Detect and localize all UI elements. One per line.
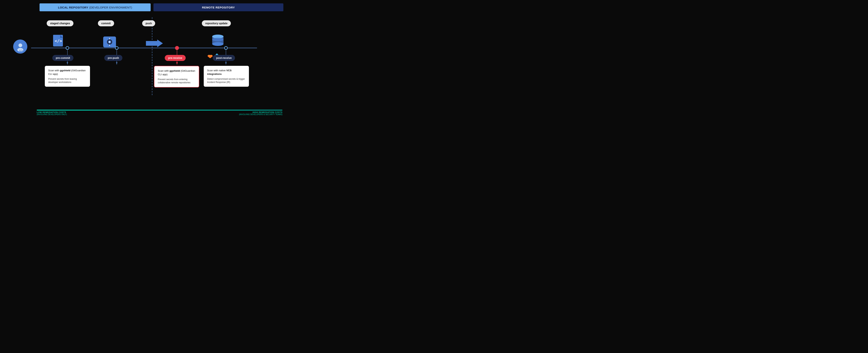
commit-icon <box>103 36 116 48</box>
svg-point-24 <box>109 41 110 43</box>
staged-changes-bubble: staged changes <box>47 20 73 26</box>
svg-point-4 <box>175 46 179 50</box>
svg-marker-7 <box>67 62 68 65</box>
scan-box-ggshield-remote-desc: Prevent secrets from entering collaborat… <box>158 78 195 84</box>
scan-box-ggshield-local: Scan with ggshield (GitGuardian CLI app)… <box>45 66 90 87</box>
gitlab-icon <box>207 53 213 59</box>
scan-box-native-vcs-title: Scan with native VCS integrations <box>207 69 246 76</box>
developer-avatar: </> <box>13 39 27 54</box>
svg-marker-27 <box>146 39 163 47</box>
svg-text:</>: </> <box>55 39 62 43</box>
pre-push-label: pre-push <box>108 57 119 60</box>
svg-text:</>: </> <box>19 49 23 51</box>
header-local: LOCAL REPOSITORY (DEVELOPER ENVIRONMENT) <box>39 3 151 11</box>
push-arrow-icon <box>146 39 163 47</box>
commit-bubble: commit <box>98 20 114 26</box>
svg-point-32 <box>212 38 223 41</box>
diagram-container: LOCAL REPOSITORY (DEVELOPER ENVIRONMENT)… <box>0 0 290 118</box>
svg-marker-13 <box>225 62 227 65</box>
scan-box-ggshield-local-title: Scan with ggshield (GitGuardian CLI app) <box>48 69 87 76</box>
post-receive-bubble: post-receive <box>213 55 235 61</box>
low-cost-label: LOW REMEDIATION COSTS (INVOLVING DEVELOP… <box>37 111 67 115</box>
svg-marker-9 <box>116 62 118 65</box>
scan-box-ggshield-local-desc: Prevent secrets from leaving developer w… <box>48 77 87 84</box>
scan-box-native-vcs-desc: Detect compromised secrets & trigger Inc… <box>207 77 246 84</box>
high-cost-subtitle: (INVOLVING DEVELOPERS & SECURITY TEAMS) <box>239 113 282 115</box>
connector-lines <box>0 0 290 118</box>
svg-rect-19 <box>53 35 60 38</box>
push-label: push <box>146 22 152 25</box>
database-icon <box>211 34 225 49</box>
repository-update-label: repository update <box>205 22 227 25</box>
pre-commit-label: pre-commit <box>56 57 70 60</box>
svg-point-30 <box>212 42 223 46</box>
code-file-icon: </> <box>52 35 65 49</box>
svg-point-2 <box>66 46 69 49</box>
pre-receive-bubble: pre-receive <box>165 55 186 61</box>
pre-push-bubble: pre-push <box>104 55 122 61</box>
post-receive-label: post-receive <box>216 57 231 60</box>
scan-box-native-vcs: Scan with native VCS integrations Detect… <box>204 66 249 87</box>
scan-box-ggshield-remote: Scan with ggshield (GitGuardian CLI app)… <box>154 66 199 87</box>
pre-commit-bubble: pre-commit <box>52 55 73 61</box>
remediation-cost-bar <box>37 110 282 111</box>
commit-label: commit <box>101 22 111 25</box>
high-cost-label: HIGH REMEDIATION COSTS (INVOLVING DEVELO… <box>239 111 282 115</box>
developer-icon: </> <box>16 42 25 51</box>
pre-receive-label: pre-receive <box>168 57 182 60</box>
low-cost-subtitle: (INVOLVING DEVELOPERS ONLY) <box>37 113 67 115</box>
svg-marker-11 <box>176 62 178 65</box>
staged-changes-label: staged changes <box>50 22 70 25</box>
scan-box-ggshield-remote-title: Scan with ggshield (GitGuardian CLI app) <box>158 69 195 76</box>
low-cost-title: LOW REMEDIATION COSTS <box>37 111 67 113</box>
header-remote: REMOTE REPOSITORY <box>153 3 283 11</box>
header-remote-text: REMOTE REPOSITORY <box>202 6 235 9</box>
header-local-text: LOCAL REPOSITORY (DEVELOPER ENVIRONMENT) <box>58 6 132 9</box>
repository-update-bubble: repository update <box>202 20 231 26</box>
svg-point-14 <box>19 43 22 47</box>
push-bubble: push <box>142 20 155 26</box>
high-cost-title: HIGH REMEDIATION COSTS <box>239 111 282 113</box>
